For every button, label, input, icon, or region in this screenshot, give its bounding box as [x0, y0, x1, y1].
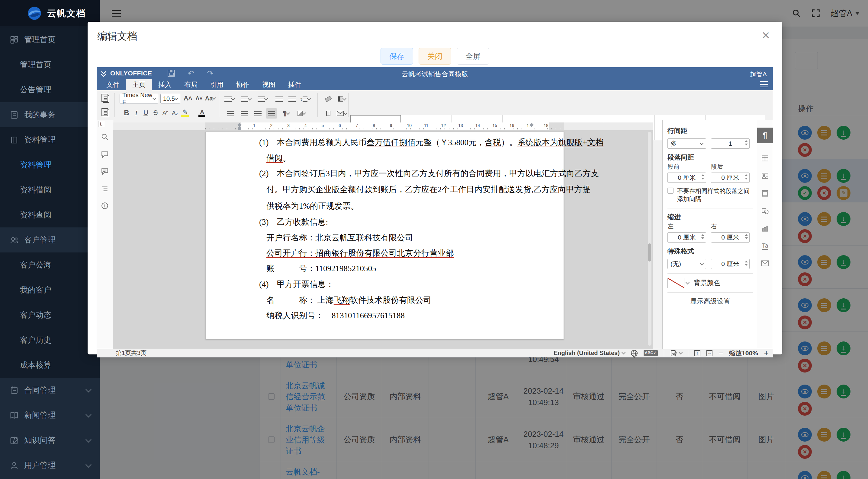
background-color-swatch[interactable] — [668, 278, 684, 288]
sidebar-item-客户历史[interactable]: 客户历史 — [0, 328, 100, 353]
comments-icon[interactable] — [101, 150, 109, 159]
bullet-list-icon[interactable] — [224, 94, 235, 104]
textart-settings-icon[interactable]: Ta — [757, 238, 773, 254]
chat-icon[interactable] — [101, 167, 109, 176]
shading-icon[interactable] — [296, 108, 307, 118]
shape-settings-icon[interactable] — [757, 203, 773, 219]
multilevel-list-icon[interactable] — [257, 94, 268, 104]
sidebar-item-资料查阅[interactable]: 资料查阅 — [0, 202, 100, 228]
font-name-select[interactable]: Times New F — [120, 94, 158, 103]
sidebar-item-合同管理[interactable]: 合同管理 — [0, 378, 100, 403]
save-button[interactable]: 保存 — [380, 48, 413, 65]
zoom-in-icon[interactable]: + — [764, 348, 769, 358]
sidebar-item-我的事务[interactable]: 我的事务 — [0, 102, 100, 127]
spellcheck-icon[interactable]: ABC✓ — [644, 350, 658, 355]
nonprinting-chars-icon[interactable]: ¶ — [281, 108, 291, 118]
chart-settings-icon[interactable] — [757, 220, 773, 236]
numbered-list-icon[interactable] — [240, 94, 251, 104]
align-right-icon[interactable] — [252, 108, 264, 118]
document-canvas[interactable]: (1) 本合同费用总额为人民币叁万伍仟捌佰元整（￥35800元，含税）。系统版本… — [113, 130, 653, 349]
align-center-icon[interactable] — [239, 108, 250, 118]
sidebar-item-客户管理[interactable]: 客户管理 — [0, 228, 100, 252]
mailmerge-settings-icon[interactable] — [757, 255, 773, 271]
vertical-scrollbar[interactable] — [648, 132, 651, 346]
modal-close-icon[interactable]: ✕ — [762, 30, 770, 40]
line-spacing-icon[interactable]: ↕ — [300, 94, 310, 104]
bold-icon[interactable]: B — [121, 108, 132, 118]
align-justify-icon[interactable] — [266, 108, 277, 118]
view-settings-icon[interactable] — [760, 81, 768, 87]
sidebar-item-客户公海[interactable]: 客户公海 — [0, 252, 100, 277]
fit-page-icon[interactable]: ↕ — [694, 350, 701, 356]
search-icon[interactable] — [101, 133, 109, 141]
scrollbar-thumb[interactable] — [648, 243, 651, 262]
highlight-color-icon[interactable]: ✎ — [180, 107, 191, 117]
line-spacing-value-spinner[interactable]: 1 — [711, 138, 750, 149]
tabstop-selector[interactable]: L — [98, 121, 104, 127]
spacing-before-spinner[interactable]: 0 厘米 — [668, 173, 706, 183]
special-format-select[interactable]: (无) — [668, 259, 706, 269]
paste-icon[interactable] — [100, 108, 112, 118]
superscript-icon[interactable]: A² — [160, 108, 170, 118]
no-gap-checkbox[interactable] — [668, 187, 674, 194]
image-settings-icon[interactable] — [757, 168, 773, 184]
strikethrough-icon[interactable]: S — [150, 108, 161, 118]
editor-tab-引用[interactable]: 引用 — [204, 79, 230, 90]
font-size-select[interactable]: 10.5 — [160, 94, 180, 103]
swatch-chevron-icon[interactable] — [686, 280, 689, 284]
decrease-font-icon[interactable]: A˅ — [194, 93, 205, 103]
increase-indent-icon[interactable] — [287, 94, 298, 104]
italic-icon[interactable]: I — [131, 108, 142, 118]
sidebar-item-资料管理[interactable]: 资料管理 — [0, 127, 100, 152]
align-left-icon[interactable] — [225, 108, 236, 118]
fullscreen-button[interactable]: 全屏 — [457, 48, 489, 65]
document-page[interactable]: (1) 本合同费用总额为人民币叁万伍仟捌佰元整（￥35800元，含税）。系统版本… — [205, 132, 564, 339]
editor-tab-主页[interactable]: 主页 — [126, 79, 152, 90]
decrease-indent-icon[interactable] — [274, 94, 284, 104]
sidebar-item-管理首页[interactable]: 管理首页 — [0, 52, 100, 77]
save-icon[interactable] — [167, 70, 175, 77]
sidebar-item-成本核算[interactable]: 成本核算 — [0, 353, 100, 378]
subscript-icon[interactable]: A₂ — [169, 108, 180, 118]
format-painter-icon[interactable] — [323, 108, 334, 118]
about-icon[interactable] — [101, 202, 109, 210]
indent-left-spinner[interactable]: 0 厘米 — [668, 232, 706, 242]
editor-tab-视图[interactable]: 视图 — [256, 79, 282, 90]
table-settings-icon[interactable] — [757, 150, 773, 166]
spacing-after-spinner[interactable]: 0 厘米 — [711, 173, 750, 183]
zoom-out-icon[interactable]: − — [718, 348, 723, 358]
font-color-icon[interactable]: A — [196, 107, 208, 117]
indent-marker-left2[interactable] — [238, 127, 241, 130]
editor-tab-插件[interactable]: 插件 — [282, 79, 308, 90]
sidebar-item-管理首页[interactable]: 管理首页 — [0, 27, 100, 52]
track-changes-icon[interactable] — [670, 350, 682, 357]
color-scheme-icon[interactable] — [336, 94, 347, 104]
redo-icon[interactable]: ↷ — [207, 69, 214, 78]
paragraph-settings-icon[interactable]: ¶ — [757, 128, 773, 143]
fit-width-icon[interactable]: ↔ — [706, 350, 712, 356]
editor-tab-插入[interactable]: 插入 — [152, 79, 178, 90]
increase-font-icon[interactable]: A˄ — [182, 93, 193, 103]
sidebar-item-客户动态[interactable]: 客户动态 — [0, 303, 100, 328]
editor-tab-布局[interactable]: 布局 — [178, 79, 204, 90]
sidebar-item-知识问答[interactable]: 知识问答 — [0, 428, 100, 453]
change-case-icon[interactable]: Aa — [205, 93, 216, 103]
special-format-spinner[interactable]: 0 厘米 — [711, 259, 750, 269]
clear-style-icon[interactable] — [323, 94, 334, 104]
editor-tab-文件[interactable]: 文件 — [100, 79, 126, 90]
set-language-icon[interactable] — [631, 350, 638, 356]
header-footer-settings-icon[interactable] — [757, 185, 773, 201]
copy-icon[interactable] — [100, 94, 112, 104]
navigation-icon[interactable] — [101, 185, 109, 193]
advanced-settings-link[interactable]: 显示高级设置 — [690, 298, 730, 305]
editor-tab-协作[interactable]: 协作 — [230, 79, 256, 90]
sidebar-item-新闻管理[interactable]: 新闻管理 — [0, 403, 100, 428]
close-button[interactable]: 关闭 — [418, 48, 451, 65]
sidebar-item-资料借阅[interactable]: 资料借阅 — [0, 177, 100, 202]
sidebar-item-我的客户[interactable]: 我的客户 — [0, 277, 100, 303]
undo-icon[interactable]: ↶ — [188, 69, 194, 78]
underline-icon[interactable]: U — [141, 108, 151, 118]
line-spacing-select[interactable]: 多 — [668, 138, 706, 149]
sidebar-item-公告管理[interactable]: 公告管理 — [0, 77, 100, 102]
mail-merge-icon[interactable] — [336, 108, 347, 118]
